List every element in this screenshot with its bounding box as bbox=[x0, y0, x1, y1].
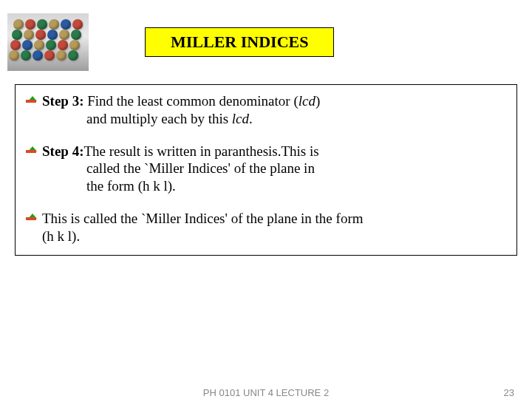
text-fragment: This is called the `Miller Indices' of t… bbox=[42, 211, 364, 226]
indented-line: and multiply each by this lcd. bbox=[42, 110, 506, 128]
italic-term: lcd bbox=[232, 111, 249, 126]
text-fragment: and multiply each by this bbox=[86, 111, 232, 126]
list-item: Step 4:The result is written in paranthe… bbox=[26, 143, 506, 195]
list-item: This is called the `Miller Indices' of t… bbox=[26, 210, 506, 245]
indented-line: called the `Miller Indices' of the plane… bbox=[42, 160, 506, 177]
slide-title: MILLER INDICES bbox=[145, 27, 334, 57]
bullet-icon bbox=[26, 146, 36, 157]
step-label: Step 4: bbox=[42, 143, 83, 159]
item-text: Step 4:The result is written in paranthe… bbox=[42, 143, 506, 195]
list-item: Step 3: Find the least common denominato… bbox=[26, 92, 506, 128]
crystal-lattice-thumbnail bbox=[7, 13, 89, 71]
text-fragment: The result is written in paranthesis.Thi… bbox=[83, 143, 318, 159]
text-fragment: (h k l). bbox=[42, 228, 80, 244]
step-label: Step 3: bbox=[42, 93, 83, 109]
bullet-icon bbox=[26, 96, 36, 106]
footer-center-text: PH 0101 UNIT 4 LECTURE 2 bbox=[203, 387, 329, 398]
text-fragment: . bbox=[249, 111, 253, 126]
bullet-icon bbox=[26, 214, 36, 224]
page-number: 23 bbox=[504, 387, 514, 398]
italic-term: lcd bbox=[299, 93, 316, 109]
item-text: Step 3: Find the least common denominato… bbox=[42, 92, 506, 128]
text-fragment: ) bbox=[316, 93, 320, 109]
indented-line: the form (h k l). bbox=[42, 177, 506, 195]
item-text: This is called the `Miller Indices' of t… bbox=[42, 210, 506, 245]
text-fragment: Find the least common denominator ( bbox=[83, 93, 298, 109]
content-box: Step 3: Find the least common denominato… bbox=[15, 84, 517, 256]
